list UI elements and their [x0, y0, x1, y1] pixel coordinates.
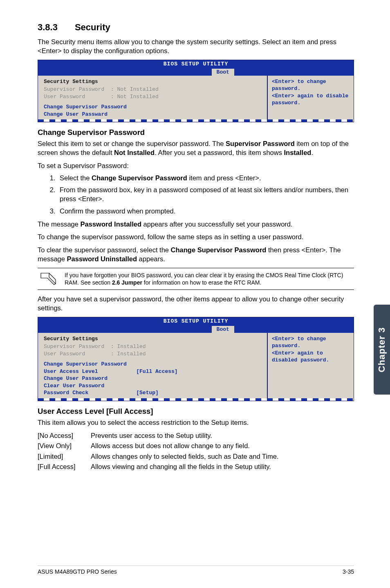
bios-screenshot-2: BIOS SETUP UTILITY Boot Security Setting…	[38, 317, 354, 401]
ual-heading: User Access Level [Full Access]	[38, 407, 354, 416]
bios2-left-panel: Security Settings Supervisor Password : …	[38, 333, 268, 398]
bios1-row-user: User Password : Not Installed	[44, 93, 261, 101]
note-text: If you have forgotten your BIOS password…	[65, 272, 352, 286]
bios1-help-panel: <Enter> to change password. <Enter> agai…	[268, 76, 354, 120]
csp-p3c: appears after you successfully set your …	[141, 220, 293, 228]
bios2-header: BIOS SETUP UTILITY Boot	[38, 317, 354, 333]
csp-p5e: appears.	[137, 255, 165, 263]
note-t3: for information on how to erase the RTC …	[142, 279, 262, 286]
bios2-user-access: User Access Level [Full Access]	[44, 368, 261, 375]
bios2-help-panel: <Enter> to change password. <Enter> agai…	[268, 333, 354, 398]
csp-p2: To set a Supervisor Password:	[38, 162, 354, 171]
term-no-access: [No Access]	[38, 431, 91, 441]
csp-p3a: The message	[38, 220, 81, 228]
row-view-only: [View Only]Allows access but does not al…	[38, 441, 354, 451]
bios1-row-supervisor: Supervisor Password : Not Installed	[44, 86, 261, 93]
bios2-help-text: <Enter> to change password. <Enter> agai…	[272, 336, 329, 364]
csp-p3b: Password Installed	[81, 220, 141, 228]
bios2-change-supervisor: Change Supervisor Password	[44, 361, 261, 368]
bios1-left-panel: Security Settings Supervisor Password : …	[38, 76, 268, 120]
side-chapter-tab: Chapter 3	[374, 305, 390, 395]
bios1-tab-boot: Boot	[212, 69, 234, 76]
csp-p5b: Change Supervisor Password	[171, 246, 267, 254]
section-heading: 3.8.3Security	[38, 22, 354, 33]
step-2: From the password box, key in a password…	[57, 186, 354, 204]
term-limited: [Limited]	[38, 451, 91, 462]
bios2-tab-boot: Boot	[212, 326, 234, 333]
bios2-password-check: Password Check [Setup]	[44, 389, 261, 397]
side-chapter-label: Chapter 3	[377, 327, 387, 372]
bios2-row-user: User Password : Installed	[44, 350, 261, 358]
bios1-header: BIOS SETUP UTILITY Boot	[38, 60, 354, 76]
csp-p1: Select this item to set or change the su…	[38, 139, 354, 157]
csp-p1b: Supervisor Password	[226, 140, 295, 147]
csp-p1f: Installed	[284, 149, 312, 156]
csp-steps: Select the Change Supervisor Password it…	[38, 174, 354, 216]
section-title: Security	[75, 22, 110, 32]
bios1-help-text: <Enter> to change password. <Enter> agai…	[272, 79, 348, 106]
row-full-access: [Full Access]Allows viewing and changing…	[38, 462, 354, 472]
bios-screenshot-1: BIOS SETUP UTILITY Boot Security Setting…	[38, 60, 354, 123]
csp-p4: To change the supervisor password, follo…	[38, 233, 354, 242]
desc-view-only: Allows access but does not allow change …	[91, 441, 250, 451]
bios2-row-supervisor: Supervisor Password : Installed	[44, 343, 261, 350]
step1b: Change Supervisor Password	[92, 174, 187, 182]
csp-p1g: .	[311, 149, 313, 156]
csp-p5a: To clear the supervisor password, select…	[38, 246, 171, 254]
step-3: Confirm the password when prompted.	[57, 207, 354, 216]
step-1: Select the Change Supervisor Password it…	[57, 174, 354, 183]
csp-heading: Change Supervisor Password	[38, 128, 354, 137]
access-level-list: [No Access]Prevents user access to the S…	[38, 431, 354, 472]
note-t2: 2.6 Jumper	[112, 279, 142, 286]
step1c: item and press <Enter>.	[187, 174, 261, 182]
bios2-change-user-pw: Change User Password	[44, 375, 261, 382]
footer-page-number: 3-35	[343, 568, 354, 575]
bios1-bottom-border	[38, 119, 354, 122]
term-view-only: [View Only]	[38, 441, 91, 451]
bios1-sec-heading: Security Settings	[44, 78, 261, 85]
desc-limited: Allows changes only to selected fields, …	[91, 451, 279, 462]
desc-full-access: Allows viewing and changing all the fiel…	[91, 462, 271, 472]
bios2-bottom-border	[38, 398, 354, 401]
step1a: Select the	[60, 174, 92, 182]
note-pencil-icon	[39, 272, 57, 285]
footer-left: ASUS M4A89GTD PRO Series	[38, 568, 117, 575]
csp-p1d: Not Installed	[114, 149, 155, 156]
ual-intro: This item allows you to select the acces…	[38, 418, 354, 427]
bios1-change-user: Change User Passward	[44, 111, 261, 118]
bios2-clear-user-pw: Clear User Password	[44, 382, 261, 390]
intro-text: The Security menu items allow you to cha…	[38, 38, 354, 56]
note-box: If you have forgotten your BIOS password…	[38, 268, 354, 290]
bios1-title: BIOS SETUP UTILITY	[38, 61, 354, 67]
bios1-change-supervisor: Change Supervisor Password	[44, 103, 261, 111]
page-footer: ASUS M4A89GTD PRO Series 3-35	[38, 566, 354, 575]
csp-p1a: Select this item to set or change the su…	[38, 140, 226, 147]
row-limited: [Limited]Allows changes only to selected…	[38, 451, 354, 462]
section-number: 3.8.3	[38, 22, 58, 33]
csp-p5d: Password Uninstalled	[67, 255, 137, 263]
csp-p3: The message Password Installed appears a…	[38, 220, 354, 229]
row-no-access: [No Access]Prevents user access to the S…	[38, 431, 354, 441]
csp-p5: To clear the supervisor password, select…	[38, 246, 354, 264]
bios2-title: BIOS SETUP UTILITY	[38, 318, 354, 324]
bios2-sec-heading: Security Settings	[44, 335, 261, 343]
term-full-access: [Full Access]	[38, 462, 91, 472]
after-note-text: After you have set a supervisor password…	[38, 295, 354, 313]
csp-p1e: . After you set a password, this item sh…	[155, 149, 284, 156]
desc-no-access: Prevents user access to the Setup utilit…	[91, 431, 212, 441]
